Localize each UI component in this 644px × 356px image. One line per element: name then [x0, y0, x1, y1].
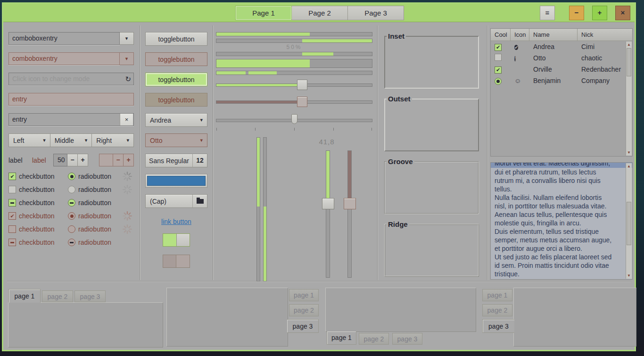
vslider-knob[interactable] [322, 198, 334, 209]
scroll-up-icon[interactable]: ▲ [626, 163, 632, 169]
tab-page2[interactable]: page 2 [359, 333, 389, 345]
checkbutton-label: checkbutton [19, 186, 68, 193]
progress-percent-label: 50% [216, 44, 372, 50]
tab-page2[interactable]: page 2 [289, 304, 319, 316]
hslider-marks[interactable] [216, 115, 372, 126]
scrollbar-thumb[interactable] [627, 202, 631, 245]
icon-entry[interactable]: ↻ Click icon to change mode [8, 73, 134, 85]
hslider[interactable] [216, 80, 372, 91]
treeview-scrollbar[interactable]: ▲ ▼ [626, 41, 632, 156]
tab-page1[interactable]: page 1 [289, 289, 319, 301]
treeview: Cool Icon Name Nick ✔ ✔ Andrea Cimi ! Ot… [490, 28, 633, 157]
scroll-down-icon[interactable]: ▼ [626, 149, 632, 156]
column-header-cool[interactable]: Cool [491, 29, 511, 41]
table-row[interactable]: ✔ ✔ Andrea Cimi [491, 41, 632, 52]
togglebutton-disabled: togglebutton [145, 52, 207, 66]
checkbox-checked[interactable]: ✔ [495, 44, 502, 51]
cell-name: Benjamin [529, 77, 578, 84]
maximize-button[interactable]: + [592, 6, 607, 20]
comboboxentry-dropdown-button[interactable]: ▾ [120, 32, 134, 45]
checkbox-mixed[interactable] [8, 199, 16, 207]
chevron-down-icon: ▾ [85, 137, 88, 143]
scroll-up-icon[interactable]: ▲ [626, 41, 632, 48]
radio-mixed-disabled [68, 239, 75, 246]
tab-page2[interactable]: page 2 [482, 304, 512, 316]
scale-value-label: 41,8 [313, 138, 341, 146]
header-tab-page2[interactable]: Page 2 [292, 6, 348, 20]
slider-knob[interactable] [291, 114, 297, 124]
combo-left[interactable]: Left▾ [8, 133, 50, 147]
color-button[interactable] [145, 174, 207, 188]
radio-mixed[interactable] [68, 199, 75, 207]
combo-right[interactable]: Right▾ [92, 133, 134, 147]
comboboxentry: comboboxentry ▾ [8, 32, 134, 45]
radio-unchecked[interactable] [68, 186, 75, 193]
table-row[interactable]: ✔ Orville Redenbacher [491, 64, 632, 75]
column-header-name[interactable]: Name [529, 29, 578, 41]
header-tab-page3[interactable]: Page 3 [348, 6, 404, 20]
maximize-icon: + [598, 8, 602, 17]
vslider[interactable] [326, 150, 330, 278]
link-button[interactable]: link button [145, 218, 207, 225]
scroll-down-icon[interactable]: ▼ [626, 273, 632, 279]
togglebutton-active[interactable]: togglebutton [145, 73, 207, 86]
checkbox-unchecked[interactable] [495, 54, 502, 61]
radio-checked[interactable] [68, 173, 75, 180]
combobox-value: Andrea [150, 116, 171, 124]
spinbutton-value-disabled [99, 154, 113, 166]
column-header-nick[interactable]: Nick [578, 29, 632, 41]
textview[interactable]: Morbi vel elit erat. Maecenas dignissim,… [490, 162, 633, 280]
file-chooser-button[interactable]: (Cap) [145, 194, 207, 208]
checkbox-checked[interactable]: ✔ [495, 66, 502, 74]
combo-middle[interactable]: Middle▾ [50, 133, 92, 147]
spin-minus-button[interactable]: − [67, 154, 78, 166]
refresh-icon[interactable]: ↻ [125, 73, 131, 85]
entry-with-clear[interactable]: × entry [8, 113, 134, 126]
switch-knob[interactable] [176, 234, 190, 246]
label: label [8, 157, 32, 164]
frame-label: Inset [387, 32, 406, 40]
scrollbar-thumb[interactable] [627, 48, 631, 76]
minimize-icon: − [575, 8, 579, 17]
table-row[interactable]: ☺ Benjamin Company [491, 75, 632, 86]
font-button[interactable]: Sans Regular 12 [145, 154, 207, 167]
menu-button[interactable]: ≡ [540, 6, 555, 20]
tab-page3[interactable]: page 3 [287, 319, 319, 333]
checkbox-unchecked[interactable] [8, 186, 16, 193]
tab-page3[interactable]: page 3 [74, 290, 106, 302]
minimize-button[interactable]: − [569, 6, 584, 20]
slider-knob[interactable] [297, 80, 307, 90]
notebook-content [325, 288, 476, 332]
column-header-icon[interactable]: Icon [511, 29, 529, 41]
spinbutton-value[interactable]: 50 [53, 154, 67, 166]
table-row[interactable]: ! Otto chaotic [491, 52, 632, 64]
spinbutton: 50 − + [53, 154, 88, 166]
combo-middle-label: Middle [55, 137, 74, 144]
tab-page1[interactable]: page 1 [8, 289, 41, 303]
comboboxentry-dropdown-button-disabled: ▾ [120, 52, 134, 65]
color-swatch [147, 176, 206, 186]
clear-icon[interactable]: × [120, 114, 133, 125]
tab-page3[interactable]: page 3 [482, 319, 514, 333]
textview-scrollbar[interactable]: ▲ ▼ [626, 163, 632, 279]
checkbox-checked[interactable]: ✔ [8, 173, 16, 180]
radiobutton-label: radiobutton [78, 186, 119, 193]
column-entries: comboboxentry ▾ comboboxentry ▾ ↻ Click … [8, 28, 134, 251]
chevron-down-icon: ▾ [125, 56, 128, 62]
column-buttons: togglebutton togglebutton togglebutton t… [145, 28, 207, 268]
togglebutton[interactable]: togglebutton [145, 32, 207, 46]
spin-plus-button[interactable]: + [78, 154, 88, 166]
header-tab-page1[interactable]: Page 1 [235, 6, 292, 20]
cell-nick: Company [578, 77, 610, 84]
linked-combo-group: Left▾ Middle▾ Right▾ [8, 133, 134, 147]
tab-page2[interactable]: page 2 [42, 290, 73, 302]
combobox[interactable]: Andrea ▾ [145, 113, 207, 127]
tab-page1[interactable]: page 1 [482, 289, 512, 301]
tab-page3[interactable]: page 3 [392, 333, 422, 345]
comboboxentry-input[interactable]: comboboxentry [8, 32, 120, 45]
radio-checked[interactable] [495, 78, 502, 85]
switch-on[interactable] [163, 233, 190, 247]
radio-checked-disabled [68, 212, 75, 220]
tab-page1[interactable]: page 1 [327, 331, 356, 345]
close-button[interactable]: × [615, 6, 630, 20]
